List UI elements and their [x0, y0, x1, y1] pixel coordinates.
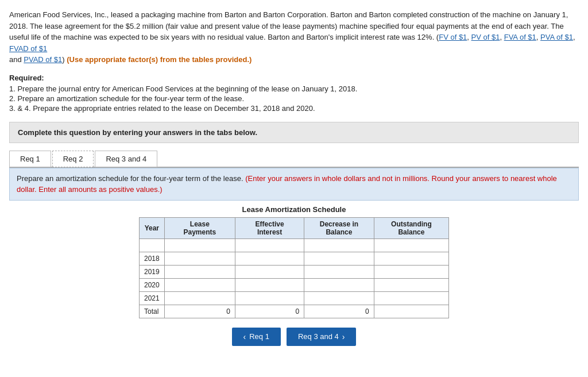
decrease-input-blank[interactable]	[309, 241, 369, 249]
link-fvad[interactable]: FVAD of $1	[9, 44, 47, 53]
outstanding-total	[374, 305, 448, 318]
interest-cell-blank	[235, 238, 304, 252]
table-row: 2018	[140, 252, 449, 265]
year-2018: 2018	[140, 252, 165, 265]
required-section: Required: 1. Prepare the journal entry f…	[9, 74, 579, 113]
interest-2018	[235, 252, 304, 265]
decrease-2018	[304, 252, 374, 265]
link-fva[interactable]: FVA of $1	[504, 33, 536, 41]
lease-input-2020[interactable]	[169, 281, 230, 289]
outstanding-cell-blank	[374, 238, 448, 252]
outstanding-2020	[374, 278, 448, 291]
intro-paragraph: American Food Services, Inc., leased a p…	[9, 9, 579, 66]
amort-table-title: Lease Amortization Schedule	[9, 205, 579, 214]
req-item-1: 1. Prepare the journal entry for America…	[9, 84, 579, 93]
outstanding-input-blank[interactable]	[379, 241, 444, 249]
interest-input-blank[interactable]	[240, 241, 299, 249]
year-2020: 2020	[140, 278, 165, 291]
lease-input-2019[interactable]	[169, 268, 230, 276]
bold-instruction: (Use appropriate factor(s) from the tabl…	[67, 55, 252, 64]
outstanding-2021	[374, 291, 448, 305]
interest-2020	[235, 278, 304, 291]
col-interest: EffectiveInterest	[235, 217, 304, 238]
lease-cell-blank	[164, 238, 235, 252]
lease-input-blank[interactable]	[169, 241, 230, 249]
interest-input-2020[interactable]	[240, 281, 299, 289]
outstanding-2018	[374, 252, 448, 265]
col-lease: LeasePayments	[164, 217, 235, 238]
lease-2020	[164, 278, 235, 291]
lease-input-2021[interactable]	[169, 294, 230, 302]
table-row: 2020	[140, 278, 449, 291]
instruction-box: Prepare an amortization schedule for the…	[9, 168, 579, 201]
req-item-2: 2. Prepare an amortization schedule for …	[9, 94, 579, 103]
outstanding-input-2020[interactable]	[379, 281, 444, 289]
lease-2019	[164, 265, 235, 278]
outstanding-input-2021[interactable]	[379, 294, 444, 302]
interest-2021	[235, 291, 304, 305]
outstanding-2019	[374, 265, 448, 278]
decrease-total: 0	[304, 305, 374, 318]
col-decrease: Decrease inBalance	[304, 217, 374, 238]
decrease-cell-blank	[304, 238, 374, 252]
year-2021: 2021	[140, 291, 165, 305]
table-row: 2019	[140, 265, 449, 278]
link-fv[interactable]: FV of $1	[439, 33, 467, 41]
lease-2021	[164, 291, 235, 305]
table-row	[140, 238, 449, 252]
table-header-row: Year LeasePayments EffectiveInterest Dec…	[140, 217, 449, 238]
year-cell-blank	[140, 238, 165, 252]
next-label: Req 3 and 4	[298, 332, 339, 341]
instruction-main: Prepare an amortization schedule for the…	[17, 174, 245, 183]
decrease-2020	[304, 278, 374, 291]
lease-total: 0	[164, 305, 235, 318]
interest-2019	[235, 265, 304, 278]
decrease-input-2018[interactable]	[309, 255, 369, 263]
link-pvad[interactable]: PVAD of $1	[24, 55, 62, 64]
decrease-2021	[304, 291, 374, 305]
year-2019: 2019	[140, 265, 165, 278]
prev-arrow-icon: ‹	[243, 332, 246, 341]
complete-box: Complete this question by entering your …	[9, 122, 579, 143]
outstanding-input-2018[interactable]	[379, 255, 444, 263]
interest-input-2019[interactable]	[240, 268, 299, 276]
table-row: 2021	[140, 291, 449, 305]
amort-table-container: Lease Amortization Schedule Year LeasePa…	[9, 205, 579, 318]
table-row-total: Total 0 0 0	[140, 305, 449, 318]
col-year: Year	[140, 217, 165, 238]
decrease-input-2020[interactable]	[309, 281, 369, 289]
amort-table: Year LeasePayments EffectiveInterest Dec…	[139, 217, 449, 318]
link-pva[interactable]: PVA of $1	[540, 33, 573, 41]
lease-input-2018[interactable]	[169, 255, 230, 263]
interest-input-2018[interactable]	[240, 255, 299, 263]
required-label: Required:	[9, 74, 579, 82]
year-total: Total	[140, 305, 165, 318]
prev-button[interactable]: ‹ Req 1	[232, 328, 281, 346]
next-arrow-icon: ›	[342, 332, 345, 341]
decrease-2019	[304, 265, 374, 278]
interest-input-2021[interactable]	[240, 294, 299, 302]
prev-label: Req 1	[249, 332, 269, 341]
next-button[interactable]: Req 3 and 4 ›	[287, 328, 357, 346]
tabs-container: Req 1 Req 2 Req 3 and 4	[9, 150, 579, 168]
tab-req1[interactable]: Req 1	[9, 151, 51, 167]
outstanding-input-2019[interactable]	[379, 268, 444, 276]
link-pv[interactable]: PV of $1	[471, 33, 500, 41]
decrease-input-2021[interactable]	[309, 294, 369, 302]
complete-box-text: Complete this question by entering your …	[18, 128, 257, 137]
req-item-3: 3. & 4. Prepare the appropriate entries …	[9, 104, 579, 113]
decrease-input-2019[interactable]	[309, 268, 369, 276]
nav-buttons: ‹ Req 1 Req 3 and 4 ›	[9, 328, 579, 346]
col-outstanding: OutstandingBalance	[374, 217, 448, 238]
tab-req3and4[interactable]: Req 3 and 4	[95, 151, 157, 167]
lease-2018	[164, 252, 235, 265]
tab-req2[interactable]: Req 2	[52, 151, 94, 167]
interest-total: 0	[235, 305, 304, 318]
